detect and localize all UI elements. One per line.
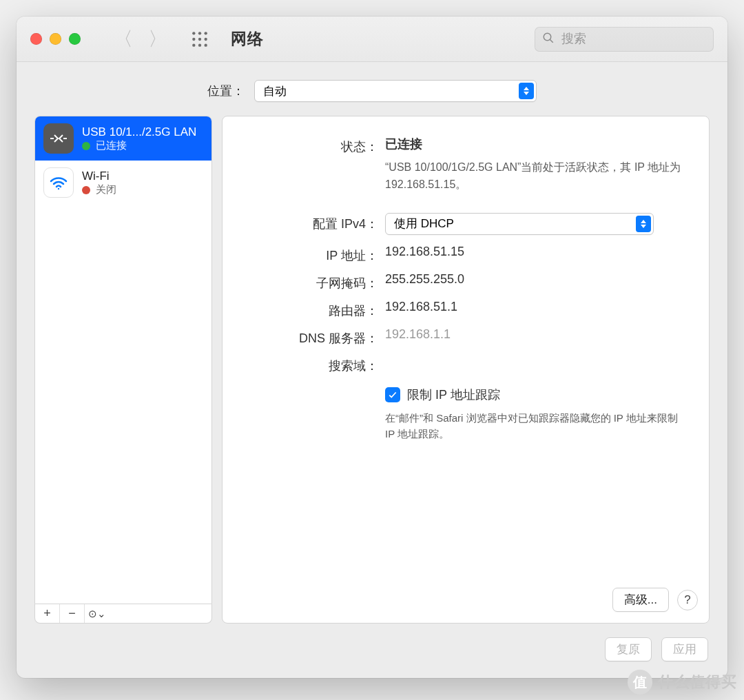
location-popup[interactable]: 自动: [254, 80, 537, 102]
subnet-mask-label: 子网掩码：: [242, 272, 385, 291]
details-panel: 状态： 已连接 “USB 10/100/1G/2.5G LAN”当前处于活跃状态…: [222, 116, 710, 624]
apply-button[interactable]: 应用: [661, 637, 708, 661]
watermark: 值 什么值得买: [628, 670, 737, 694]
interface-sidebar: USB 10/1.../2.5G LAN 已连接: [34, 116, 212, 624]
interface-item-wifi[interactable]: Wi-Fi 关闭: [35, 161, 211, 205]
svg-point-2: [205, 32, 207, 34]
revert-button[interactable]: 复原: [605, 637, 652, 661]
interface-list: USB 10/1.../2.5G LAN 已连接: [34, 116, 212, 604]
interface-item-usb-lan[interactable]: USB 10/1.../2.5G LAN 已连接: [35, 116, 211, 161]
forward-button[interactable]: 〉: [148, 26, 167, 52]
svg-point-3: [192, 37, 195, 40]
minimize-icon[interactable]: [50, 33, 61, 45]
svg-point-9: [544, 33, 551, 41]
svg-point-8: [205, 43, 207, 46]
titlebar: 〈 〉 网络: [17, 17, 727, 62]
location-value: 自动: [263, 83, 287, 99]
location-label: 位置：: [207, 83, 245, 99]
limit-ip-tracking-description: 在“邮件”和 Safari 浏览器中对已知跟踪器隐藏您的 IP 地址来限制 IP…: [385, 410, 690, 442]
status-dot-icon: [82, 186, 90, 194]
middle-area: USB 10/1.../2.5G LAN 已连接: [34, 116, 710, 624]
dns-value: 192.168.1.1: [385, 327, 690, 342]
svg-point-4: [198, 37, 201, 40]
search-domain-label: 搜索域：: [242, 355, 385, 374]
chevron-updown-icon: [636, 216, 651, 232]
ip-address-label: IP 地址：: [242, 245, 385, 264]
watermark-icon: 值: [628, 670, 652, 694]
svg-point-1: [198, 32, 201, 34]
svg-point-0: [192, 32, 195, 34]
add-interface-button[interactable]: +: [35, 604, 60, 623]
config-ipv4-value: 使用 DHCP: [394, 216, 454, 231]
limit-ip-tracking-label: 限制 IP 地址跟踪: [407, 387, 500, 403]
location-row: 位置： 自动: [34, 80, 710, 102]
nav-controls: 〈 〉: [114, 26, 167, 52]
remove-interface-button[interactable]: −: [60, 604, 85, 623]
close-icon[interactable]: [30, 33, 42, 45]
status-dot-icon: [82, 142, 90, 150]
config-ipv4-popup[interactable]: 使用 DHCP: [385, 213, 654, 235]
router-label: 路由器：: [242, 300, 385, 319]
back-button[interactable]: 〈: [114, 26, 133, 52]
window-controls: [30, 33, 81, 45]
page-title: 网络: [231, 28, 263, 50]
interface-name: Wi-Fi: [82, 169, 116, 183]
svg-point-6: [192, 43, 195, 46]
preferences-window: 〈 〉 网络 位置： 自动: [17, 17, 727, 678]
status-description: “USB 10/100/1G/2.5G LAN”当前处于活跃状态，其 IP 地址…: [385, 159, 690, 194]
chevron-updown-icon: [519, 83, 534, 99]
dns-label: DNS 服务器：: [242, 327, 385, 347]
svg-line-10: [550, 39, 553, 43]
sidebar-footer: + − ⊙⌄: [34, 604, 212, 624]
search-field[interactable]: [535, 27, 714, 52]
help-button[interactable]: ?: [677, 590, 698, 610]
svg-point-5: [205, 37, 207, 40]
fullscreen-icon[interactable]: [69, 33, 81, 45]
config-ipv4-label: 配置 IPv4：: [242, 213, 385, 232]
more-options-button[interactable]: ⊙⌄: [85, 604, 110, 623]
search-icon: [542, 32, 555, 47]
search-input[interactable]: [560, 31, 723, 47]
window-body: 位置： 自动 USB 10/1.../2.5G LAN: [17, 62, 727, 678]
interface-name: USB 10/1.../2.5G LAN: [82, 125, 196, 139]
status-value: 已连接: [385, 136, 690, 152]
svg-point-11: [58, 188, 59, 189]
limit-ip-tracking-checkbox[interactable]: [385, 387, 400, 402]
svg-point-7: [198, 43, 201, 46]
interface-status: 已连接: [96, 139, 127, 152]
router-value: 192.168.51.1: [385, 300, 690, 314]
subnet-mask-value: 255.255.255.0: [385, 272, 690, 287]
wifi-icon: [43, 167, 74, 198]
ethernet-icon: [43, 123, 74, 154]
ip-address-value: 192.168.51.15: [385, 245, 690, 259]
watermark-text: 什么值得买: [658, 672, 737, 692]
show-all-icon[interactable]: [191, 30, 209, 48]
status-label: 状态：: [242, 136, 385, 155]
footer-buttons: 复原 应用: [34, 637, 710, 661]
advanced-button[interactable]: 高级...: [612, 588, 669, 612]
interface-status: 关闭: [96, 183, 116, 196]
